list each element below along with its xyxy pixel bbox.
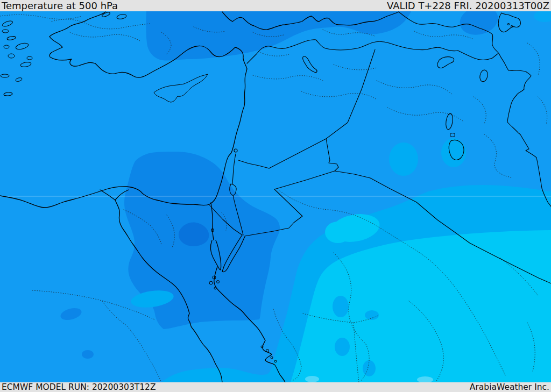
- temp-band-colder-patch-west-nile-2: [82, 350, 94, 359]
- temp-band-milder-intrusion-2: [325, 222, 351, 243]
- footer-bar: ECMWF MODEL RUN: 20200303T12Z ArabiaWeat…: [0, 382, 551, 392]
- temp-band-mild-islet-syria: [389, 142, 418, 176]
- valid-time-label: VALID T+228 FRI. 20200313T00Z: [387, 0, 549, 12]
- map-title: Temperature at 500 hPa: [2, 0, 118, 12]
- temp-band-mild-islet-saudi-2: [335, 338, 350, 356]
- temp-band-mild-islet-iraq: [441, 138, 466, 167]
- temp-band-mild-islet-saudi-1: [333, 296, 349, 317]
- temp-band-mild-islet-saudi-4: [365, 310, 379, 320]
- model-run-label: ECMWF MODEL RUN: 20200303T12Z: [2, 382, 156, 392]
- attribution-label: ArabiaWeather Inc.: [470, 382, 549, 392]
- temp-band-warmest-spot-1: [305, 376, 319, 382]
- weather-map-canvas: [0, 11, 551, 382]
- header-bar: Temperature at 500 hPa VALID T+228 FRI. …: [0, 0, 551, 11]
